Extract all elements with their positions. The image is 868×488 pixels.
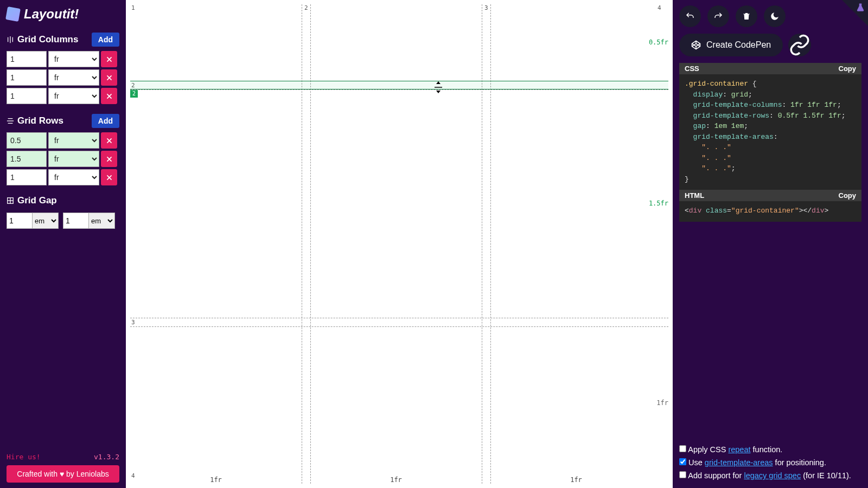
delete-column-button[interactable] bbox=[101, 88, 117, 104]
grid-column-line[interactable] bbox=[482, 4, 482, 484]
grid-columns-label: Grid Columns bbox=[17, 34, 78, 45]
row-track-label[interactable]: 0.5fr bbox=[649, 38, 668, 46]
grid-row-line[interactable] bbox=[130, 326, 668, 327]
link-icon bbox=[788, 34, 811, 56]
add-row-button[interactable]: Add bbox=[92, 114, 119, 128]
close-icon bbox=[106, 56, 113, 63]
legacy-grid-spec-link[interactable]: legacy grid spec bbox=[744, 471, 801, 480]
row-unit-select[interactable]: fr bbox=[48, 132, 99, 149]
permalink-button[interactable] bbox=[788, 34, 811, 56]
selected-row-gap[interactable] bbox=[130, 81, 668, 89]
options-checks: Apply CSS repeat function. Use grid-temp… bbox=[679, 444, 861, 483]
selected-row-line-tag: 2 bbox=[130, 90, 138, 98]
grid-icon bbox=[7, 197, 14, 204]
moon-icon bbox=[770, 11, 780, 21]
redo-button[interactable] bbox=[707, 5, 729, 27]
col-line-number: 2 bbox=[304, 4, 308, 11]
column-row-2: fr bbox=[7, 69, 119, 86]
row-resize-cursor bbox=[433, 81, 443, 95]
use-areas-option[interactable]: Use grid-template-areas for positioning. bbox=[679, 457, 861, 470]
grid-row-line[interactable] bbox=[130, 318, 668, 318]
row-row-3: fr bbox=[7, 169, 119, 185]
column-unit-select[interactable]: fr bbox=[48, 69, 99, 86]
use-areas-text: Use bbox=[688, 458, 705, 467]
html-copy-button[interactable]: Copy bbox=[839, 191, 857, 200]
close-icon bbox=[106, 174, 113, 181]
grid-template-areas-link[interactable]: grid-template-areas bbox=[705, 458, 773, 467]
settings-sidebar: Layoutit! Grid Columns Add fr fr fr Grid… bbox=[0, 0, 126, 488]
column-row-1: fr bbox=[7, 51, 119, 67]
grid-row-line[interactable] bbox=[130, 89, 668, 90]
repeat-link[interactable]: repeat bbox=[728, 445, 750, 454]
row-gap-input[interactable] bbox=[7, 213, 33, 229]
col-track-label[interactable]: 1fr bbox=[390, 476, 402, 484]
delete-row-button[interactable] bbox=[101, 169, 117, 185]
apply-repeat-option[interactable]: Apply CSS repeat function. bbox=[679, 444, 861, 457]
delete-column-button[interactable] bbox=[101, 69, 117, 86]
delete-column-button[interactable] bbox=[101, 51, 117, 67]
row-value-input[interactable] bbox=[7, 132, 47, 149]
grid-rows-header: Grid Rows Add bbox=[7, 114, 119, 128]
col-track-label[interactable]: 1fr bbox=[570, 476, 582, 484]
create-codepen-label: Create CodePen bbox=[706, 40, 771, 50]
row-track-label[interactable]: 1fr bbox=[656, 399, 668, 407]
row-value-input[interactable] bbox=[7, 151, 47, 167]
hire-us-link[interactable]: Hire us! bbox=[7, 453, 41, 461]
legacy-text: Add support for bbox=[688, 471, 744, 480]
apply-repeat-checkbox[interactable] bbox=[679, 445, 686, 452]
delete-row-button[interactable] bbox=[101, 132, 117, 149]
trash-button[interactable] bbox=[736, 5, 757, 27]
version-label: v1.3.2 bbox=[94, 453, 119, 461]
close-icon bbox=[106, 137, 113, 144]
legacy-option[interactable]: Add support for legacy grid spec (for IE… bbox=[679, 470, 861, 483]
grid-gap-label: Grid Gap bbox=[17, 195, 57, 206]
column-value-input[interactable] bbox=[7, 88, 47, 104]
col-line-number: 1 bbox=[131, 4, 135, 11]
create-codepen-button[interactable]: Create CodePen bbox=[679, 34, 783, 56]
css-copy-button[interactable]: Copy bbox=[839, 65, 857, 73]
column-unit-select[interactable]: fr bbox=[48, 88, 99, 104]
html-lang-label: HTML bbox=[685, 191, 704, 200]
column-row-3: fr bbox=[7, 88, 119, 104]
col-gap-unit-select[interactable]: em bbox=[89, 213, 115, 229]
crafted-by-button[interactable]: Crafted with ♥ by Leniolabs bbox=[7, 465, 119, 483]
css-code-block[interactable]: .grid-container { display: grid; grid-te… bbox=[679, 74, 861, 190]
grid-column-line[interactable] bbox=[490, 4, 491, 484]
trash-icon bbox=[742, 11, 751, 21]
column-value-input[interactable] bbox=[7, 69, 47, 86]
legacy-checkbox[interactable] bbox=[679, 471, 686, 478]
grid-canvas[interactable]: 12342341fr1fr1fr0.5fr1.5fr1fr2 bbox=[126, 0, 673, 488]
html-code-block[interactable]: <div class="grid-container"></div> bbox=[679, 201, 861, 222]
use-areas-text-post: for positioning. bbox=[773, 458, 826, 467]
sidebar-footer: Hire us! v1.3.2 Crafted with ♥ by Leniol… bbox=[7, 453, 119, 483]
apply-repeat-text-post: function. bbox=[751, 445, 783, 454]
undo-button[interactable] bbox=[679, 5, 701, 27]
dark-mode-button[interactable] bbox=[764, 5, 786, 27]
html-header: HTML Copy bbox=[679, 190, 861, 201]
col-track-label[interactable]: 1fr bbox=[210, 476, 222, 484]
flask-icon bbox=[856, 3, 865, 12]
codepen-icon bbox=[691, 40, 701, 50]
grid-column-line[interactable] bbox=[302, 4, 302, 484]
brand-cube-icon bbox=[5, 7, 21, 22]
apply-repeat-text: Apply CSS bbox=[688, 445, 728, 454]
use-areas-checkbox[interactable] bbox=[679, 458, 686, 465]
row-gap-unit-select[interactable]: em bbox=[33, 213, 59, 229]
undo-icon bbox=[685, 11, 695, 21]
close-icon bbox=[106, 74, 113, 81]
add-column-button[interactable]: Add bbox=[92, 33, 119, 47]
col-line-number: 3 bbox=[484, 4, 488, 11]
row-unit-select[interactable]: fr bbox=[48, 151, 99, 167]
column-value-input[interactable] bbox=[7, 51, 47, 67]
delete-row-button[interactable] bbox=[101, 151, 117, 167]
col-gap-input[interactable] bbox=[63, 213, 89, 229]
grid-column-line[interactable] bbox=[310, 4, 311, 484]
close-icon bbox=[106, 93, 113, 100]
row-line-number: 4 bbox=[131, 472, 135, 479]
row-value-input[interactable] bbox=[7, 169, 47, 185]
row-track-label[interactable]: 1.5fr bbox=[649, 200, 668, 207]
css-header: CSS Copy bbox=[679, 63, 861, 74]
columns-icon bbox=[7, 36, 14, 43]
row-unit-select[interactable]: fr bbox=[48, 169, 99, 185]
column-unit-select[interactable]: fr bbox=[48, 51, 99, 67]
